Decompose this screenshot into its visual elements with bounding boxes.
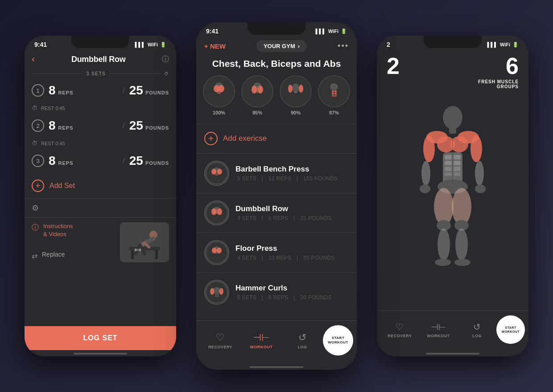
set-row-1: 1 8 REPS / 25 POUNDS: [25, 78, 176, 103]
rest-row-2: ⏱ REST 0:45: [25, 138, 176, 148]
settings-row[interactable]: ⚙: [25, 199, 176, 217]
svg-rect-2: [131, 250, 134, 259]
svg-point-39: [217, 169, 222, 175]
muscle-pct-4: 87%: [329, 110, 339, 115]
svg-rect-77: [445, 172, 452, 176]
more-button[interactable]: •••: [338, 41, 349, 51]
svg-rect-78: [454, 172, 461, 176]
rest-row-1: ⏱ REST 0:45: [25, 103, 176, 113]
svg-rect-55: [217, 294, 219, 295]
tab-log-label: LOG: [298, 345, 307, 349]
instructions-label[interactable]: Instructions & Videos: [43, 222, 73, 238]
left-home-indicator: [74, 353, 127, 355]
right-tab-log-label: LOG: [472, 334, 482, 338]
gym-button[interactable]: YOUR GYM ›: [256, 40, 307, 52]
svg-rect-32: [332, 93, 334, 94]
right-time: 2: [387, 41, 390, 48]
right-log-icon: ↺: [473, 322, 481, 332]
replace-label[interactable]: Replace: [42, 251, 65, 258]
instructions-row[interactable]: ⓘ Instructions & Videos: [32, 222, 115, 238]
exercise-name-3: Floor Press: [235, 244, 349, 253]
log-set-button[interactable]: LOG SET: [25, 326, 176, 350]
start-workout-button[interactable]: START WORKOUT: [323, 325, 353, 355]
svg-point-24: [292, 83, 299, 92]
muscle-pct-2: 95%: [252, 110, 262, 115]
svg-rect-35: [334, 95, 337, 97]
tab-recovery[interactable]: ♡ RECOVERY: [200, 332, 241, 349]
svg-rect-31: [334, 90, 337, 92]
add-set-row[interactable]: + Add Set: [25, 173, 176, 198]
recovery-icon: ♡: [216, 332, 225, 343]
svg-point-87: [454, 259, 470, 266]
add-set-label[interactable]: Add Set: [50, 182, 75, 190]
tab-workout[interactable]: ⊣⊢ WORKOUT: [241, 332, 282, 349]
right-notch: [424, 36, 482, 48]
svg-rect-27: [294, 91, 297, 93]
svg-rect-22: [257, 86, 258, 92]
svg-point-84: [437, 229, 450, 261]
svg-point-44: [217, 208, 222, 215]
muscle-circle-3: [280, 75, 312, 107]
stat-left-container: 2: [387, 54, 400, 78]
right-recovery-icon: ♡: [396, 322, 404, 332]
svg-point-68: [420, 184, 430, 193]
svg-rect-30: [332, 90, 334, 92]
gear-icon[interactable]: ⚙: [32, 203, 39, 213]
body-figure-svg: [404, 104, 502, 291]
exercise-hammer-curls[interactable]: Hammer Curls 5 SETS | 8 REPS | 30 POUNDS: [196, 274, 357, 310]
replace-row[interactable]: ⇄ Replace: [32, 251, 115, 260]
exercise-dumbbell-row[interactable]: Dumbbell Row 3 SETS | 6 REPS | 25 POUNDS: [196, 195, 357, 231]
svg-point-16: [218, 85, 224, 92]
tab-recovery-label: RECOVERY: [208, 345, 232, 349]
add-exercise-row[interactable]: + Add exericse: [196, 126, 357, 151]
video-thumbnail[interactable]: [120, 222, 169, 262]
right-tab-log[interactable]: ↺ LOG: [458, 322, 496, 338]
exercise-floor-press[interactable]: Floor Press 4 SETS | 10 REPS | 55 POUNDS: [196, 235, 357, 270]
exercise-barbell-bench-press[interactable]: Barbell Bench Press 5 SETS | 12 REPS | 1…: [196, 155, 357, 191]
tab-log[interactable]: ↺ LOG: [282, 332, 323, 349]
add-exercise-circle[interactable]: +: [204, 132, 218, 145]
right-stats: 2 6 FRESH MUSCLE GROUPS: [377, 50, 528, 89]
right-tab-workout[interactable]: ⊣⊢ WORKOUT: [419, 322, 458, 338]
exercise-name-1: Barbell Bench Press: [235, 165, 349, 174]
svg-rect-40: [215, 174, 218, 176]
back-button[interactable]: ‹: [32, 53, 35, 65]
phone-right: 2 ▌▌▌ WiFi 🔋 2 6 FRESH MUSCLE GROUPS: [377, 36, 528, 356]
phone-center: 9:41 ▌▌▌ WiFi 🔋 + NEW YOUR GYM › ••• Che…: [196, 22, 357, 370]
muscle-item-2: 95%: [241, 75, 273, 115]
svg-point-21: [258, 86, 263, 94]
svg-point-64: [423, 135, 435, 162]
muscle-groups-row: 100% 95%: [196, 75, 357, 122]
exercise-name-2: Dumbbell Row: [235, 204, 349, 213]
muscle-circle-4: [318, 75, 350, 107]
right-tab-recovery[interactable]: ♡ RECOVERY: [380, 322, 419, 338]
stat-right-container: 6 FRESH MUSCLE GROUPS: [478, 54, 519, 89]
info-circle-icon: ⓘ: [32, 223, 39, 233]
svg-point-25: [288, 85, 293, 93]
right-workout-icon: ⊣⊢: [431, 322, 446, 332]
muscle-item-1: 100%: [203, 75, 235, 115]
svg-rect-59: [449, 127, 456, 134]
svg-rect-12: [139, 249, 141, 251]
set-3-weight-num: 25: [129, 154, 143, 168]
svg-rect-17: [217, 92, 221, 94]
right-start-workout-button[interactable]: START WORKOUT: [496, 315, 525, 344]
add-exercise-label[interactable]: Add exericse: [223, 134, 267, 143]
svg-rect-74: [454, 161, 461, 165]
info-icon[interactable]: ⓘ: [162, 55, 169, 64]
workout-icon: ⊣⊢: [253, 332, 270, 343]
left-status-icons: ▌▌▌ WiFi 🔋: [135, 42, 166, 48]
svg-point-86: [435, 259, 451, 266]
set-2-reps-num: 8: [49, 118, 56, 133]
set-2-weight-label: POUNDS: [145, 125, 169, 131]
left-header: ‹ Dumbbell Row ⓘ: [25, 50, 176, 69]
svg-rect-34: [332, 95, 334, 97]
svg-point-26: [299, 85, 303, 93]
new-button[interactable]: + NEW: [204, 42, 226, 50]
add-set-circle[interactable]: +: [32, 180, 44, 192]
workout-title: Chest, Back, Biceps and Abs: [196, 55, 357, 75]
set-2-weight-num: 25: [129, 118, 143, 133]
svg-point-65: [470, 135, 482, 162]
hammer-curls-icon: [204, 280, 229, 305]
log-icon: ↺: [298, 332, 306, 343]
